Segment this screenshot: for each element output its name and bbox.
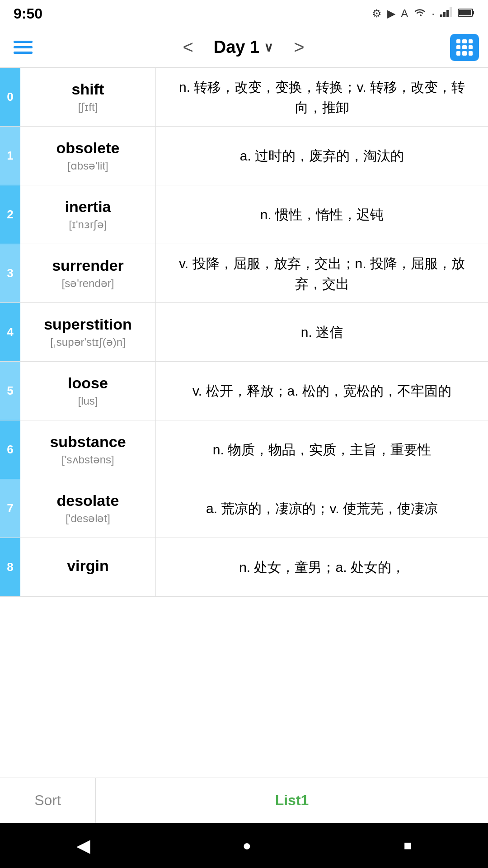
font-icon: A (401, 7, 408, 20)
grid-view-button[interactable] (450, 34, 479, 61)
word-text: surrender (52, 257, 124, 274)
status-icons: ⚙ ▶ A · (372, 7, 474, 20)
play-icon: ▶ (387, 7, 395, 20)
word-text: loose (68, 374, 108, 392)
svg-rect-5 (473, 11, 474, 14)
word-definition: a. 过时的，废弃的，淘汰的 (156, 127, 488, 185)
chevron-down-icon: ∨ (264, 40, 273, 55)
svg-rect-0 (440, 14, 442, 17)
word-english: loose[lus] (20, 362, 156, 420)
word-phonetic: [sə'rendər] (62, 277, 114, 290)
word-phonetic: ['desələt] (66, 512, 110, 525)
toolbar: < Day 1 ∨ > (0, 27, 488, 68)
word-phonetic: [ɑbsə'lit] (67, 160, 108, 172)
menu-line-2 (14, 46, 33, 48)
word-list: 0shift[ʃɪft]n. 转移，改变，变换，转换；v. 转移，改变，转向，推… (0, 68, 488, 778)
menu-button[interactable] (9, 36, 37, 58)
word-index: 7 (0, 479, 20, 538)
word-definition: n. 惯性，惰性，迟钝 (156, 185, 488, 244)
gear-icon: ⚙ (372, 7, 382, 20)
next-button[interactable]: > (287, 35, 311, 60)
word-english: substance['sʌbstəns] (20, 420, 156, 479)
word-text: shift (72, 80, 104, 98)
word-index: 4 (0, 303, 20, 361)
word-text: substance (50, 433, 126, 451)
word-text: obsolete (56, 139, 120, 157)
word-definition: a. 荒凉的，凄凉的；v. 使荒芜，使凄凉 (156, 479, 488, 538)
word-english: desolate['desələt] (20, 479, 156, 538)
word-definition: n. 迷信 (156, 303, 488, 361)
table-row[interactable]: 7desolate['desələt]a. 荒凉的，凄凉的；v. 使荒芜，使凄凉 (0, 479, 488, 538)
table-row[interactable]: 1obsolete[ɑbsə'lit]a. 过时的，废弃的，淘汰的 (0, 127, 488, 185)
word-definition: n. 转移，改变，变换，转换；v. 转移，改变，转向，推卸 (156, 68, 488, 126)
table-row[interactable]: 0shift[ʃɪft]n. 转移，改变，变换，转换；v. 转移，改变，转向，推… (0, 68, 488, 127)
prev-button[interactable]: < (176, 35, 200, 60)
home-button[interactable]: ● (229, 833, 265, 859)
svg-rect-3 (450, 7, 452, 17)
word-text: inertia (65, 198, 111, 216)
word-phonetic: [ʃɪft] (78, 101, 98, 113)
word-english: obsolete[ɑbsə'lit] (20, 127, 156, 185)
toolbar-center: < Day 1 ∨ > (176, 35, 311, 60)
status-time: 9:50 (14, 5, 42, 22)
recents-button[interactable]: ■ (390, 833, 425, 858)
grid-icon (456, 39, 473, 56)
svg-rect-1 (443, 12, 446, 17)
tab-list1[interactable]: List1 (96, 778, 488, 823)
menu-line-1 (14, 41, 33, 43)
table-row[interactable]: 4superstition[ˌsupər'stɪʃ(ə)n]n. 迷信 (0, 303, 488, 362)
word-english: superstition[ˌsupər'stɪʃ(ə)n] (20, 303, 156, 361)
menu-line-3 (14, 52, 33, 54)
word-index: 6 (0, 420, 20, 479)
status-bar: 9:50 ⚙ ▶ A · (0, 0, 488, 27)
word-index: 1 (0, 127, 20, 185)
table-row[interactable]: 3surrender[sə'rendər]v. 投降，屈服，放弃，交出；n. 投… (0, 244, 488, 303)
wifi-icon (413, 7, 426, 20)
word-text: desolate (57, 492, 119, 509)
tab-sort[interactable]: Sort (0, 778, 96, 823)
table-row[interactable]: 2inertia[ɪ'nɜrʃə]n. 惯性，惰性，迟钝 (0, 185, 488, 244)
word-phonetic: [ɪ'nɜrʃə] (69, 218, 107, 231)
word-definition: n. 处女，童男；a. 处女的， (156, 538, 488, 596)
signal-icon (440, 7, 453, 20)
table-row[interactable]: 8virginn. 处女，童男；a. 处女的， (0, 538, 488, 597)
word-phonetic: [lus] (78, 395, 98, 407)
word-index: 5 (0, 362, 20, 420)
word-index: 3 (0, 244, 20, 302)
svg-rect-6 (459, 10, 471, 15)
word-english: surrender[sə'rendər] (20, 244, 156, 302)
word-index: 2 (0, 185, 20, 244)
back-button[interactable]: ◀ (63, 830, 104, 860)
dot-icon: · (432, 7, 435, 20)
word-definition: v. 松开，释放；a. 松的，宽松的，不牢固的 (156, 362, 488, 420)
title-text: Day 1 (214, 38, 259, 57)
word-index: 0 (0, 68, 20, 126)
word-text: superstition (44, 316, 132, 333)
word-definition: n. 物质，物品，实质，主旨，重要性 (156, 420, 488, 479)
word-definition: v. 投降，屈服，放弃，交出；n. 投降，屈服，放弃，交出 (156, 244, 488, 302)
bottom-tabs: Sort List1 (0, 778, 488, 823)
word-index: 8 (0, 538, 20, 596)
word-phonetic: ['sʌbstəns] (61, 453, 114, 466)
word-text: virgin (67, 557, 109, 575)
table-row[interactable]: 6substance['sʌbstəns]n. 物质，物品，实质，主旨，重要性 (0, 420, 488, 479)
battery-icon (458, 7, 474, 20)
nav-bar: ◀ ● ■ (0, 823, 488, 868)
svg-rect-2 (446, 10, 449, 17)
table-row[interactable]: 5loose[lus]v. 松开，释放；a. 松的，宽松的，不牢固的 (0, 362, 488, 420)
word-english: virgin (20, 538, 156, 596)
word-phonetic: [ˌsupər'stɪʃ(ə)n] (50, 336, 126, 349)
word-english: inertia[ɪ'nɜrʃə] (20, 185, 156, 244)
toolbar-title: Day 1 ∨ (214, 38, 273, 57)
word-english: shift[ʃɪft] (20, 68, 156, 126)
